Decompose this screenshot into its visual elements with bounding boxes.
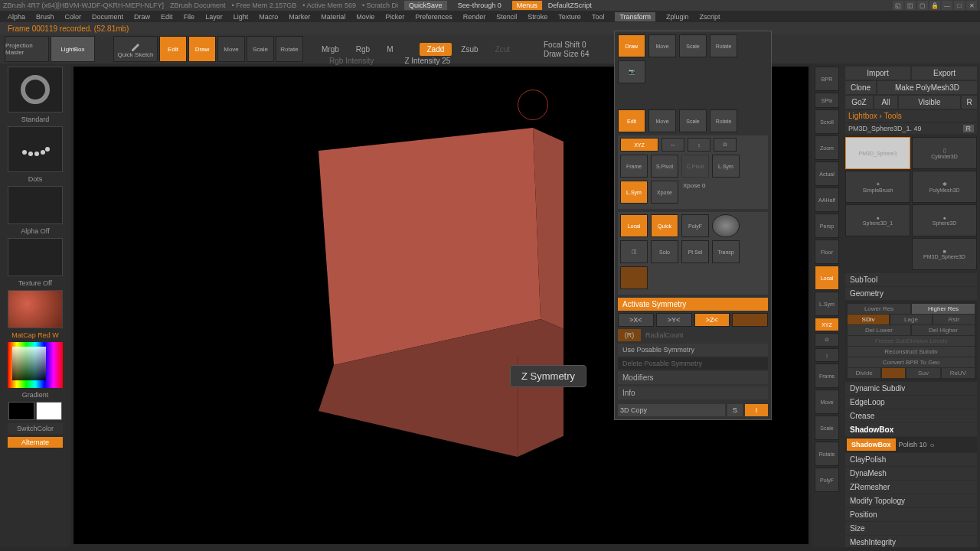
- export-button[interactable]: Export: [912, 67, 977, 80]
- higher-res[interactable]: Higher Res: [912, 304, 975, 314]
- menu-texture[interactable]: Texture: [558, 13, 581, 21]
- modifiers-header[interactable]: Modifiers: [618, 371, 768, 384]
- menu-draw[interactable]: Draw: [134, 13, 150, 21]
- window-minimize[interactable]: —: [942, 1, 952, 10]
- solo-button[interactable]: Solo: [651, 240, 678, 263]
- all-button[interactable]: All: [874, 96, 897, 109]
- clone-button[interactable]: Clone: [845, 81, 876, 94]
- draw-button[interactable]: Draw: [188, 36, 216, 62]
- xyz-toggle[interactable]: XYZ: [620, 138, 658, 152]
- texture-thumb[interactable]: [8, 238, 63, 276]
- activate-symmetry-header[interactable]: Activate Symmetry: [618, 298, 768, 311]
- move-button[interactable]: Move: [217, 36, 245, 62]
- zadd-button[interactable]: Zadd: [420, 43, 452, 56]
- subtool-accordion[interactable]: SubTool: [845, 273, 977, 286]
- rgb-button[interactable]: Rgb: [348, 43, 377, 56]
- crease-accordion[interactable]: Crease: [845, 409, 977, 422]
- goz-button[interactable]: GoZ: [845, 96, 873, 109]
- menu-preferences[interactable]: Preferences: [415, 13, 452, 21]
- tool-pm3d[interactable]: ■PM3D_Sphere3D: [912, 238, 977, 270]
- ghost-button[interactable]: [620, 266, 648, 289]
- lower-res[interactable]: Lower Res: [848, 304, 910, 314]
- local-button-col[interactable]: Local: [815, 266, 839, 290]
- spix-button[interactable]: SPix: [815, 93, 839, 108]
- persp-button[interactable]: Persp: [815, 214, 839, 238]
- import-button[interactable]: Import: [845, 67, 910, 80]
- color-swatch-black[interactable]: [8, 402, 34, 420]
- color-swatch-white[interactable]: [36, 402, 62, 420]
- modify-topology-accordion[interactable]: Modify Topology: [845, 494, 977, 507]
- scale-button[interactable]: Scale: [247, 36, 274, 62]
- material-thumb[interactable]: [8, 290, 63, 328]
- del-higher[interactable]: Del Higher: [912, 325, 975, 335]
- scroll-button[interactable]: Scroll: [815, 109, 839, 134]
- quicksave-button[interactable]: QuickSave: [404, 1, 447, 10]
- local-button[interactable]: Local: [620, 214, 648, 237]
- xpose-button[interactable]: Xpose: [651, 181, 678, 204]
- dynamesh-accordion[interactable]: DynaMesh: [845, 467, 977, 480]
- reconstruct[interactable]: Reconstruct Subdiv: [848, 347, 975, 357]
- convert-bpr[interactable]: Convert BPR To Geo: [848, 357, 975, 367]
- menu-zscript[interactable]: Zscript: [700, 13, 720, 21]
- radial-r-button[interactable]: (R): [618, 329, 641, 341]
- quicksketch-button[interactable]: Quick Sketch: [113, 36, 158, 62]
- window-btn-1[interactable]: ◱: [893, 1, 903, 10]
- i-button[interactable]: I: [745, 404, 768, 416]
- s-button[interactable]: S: [727, 404, 743, 416]
- menu-color[interactable]: Color: [65, 13, 82, 21]
- axis-x[interactable]: ↔: [662, 138, 684, 152]
- panel-scale-button[interactable]: Scale: [679, 34, 707, 57]
- actual-button[interactable]: Actual: [815, 161, 839, 186]
- tool-name-label[interactable]: PM3D_Sphere3D_1. 49: [848, 125, 922, 132]
- scale-button-col[interactable]: Scale: [815, 416, 839, 440]
- menu-material[interactable]: Material: [321, 13, 345, 21]
- divide[interactable]: Divide: [848, 368, 880, 378]
- z-intensity-slider[interactable]: Z Intensity 25: [404, 57, 450, 65]
- default-script[interactable]: DefaultZScript: [548, 2, 592, 9]
- aahalf-button[interactable]: AAHalf: [815, 187, 839, 212]
- menu-brush[interactable]: Brush: [36, 13, 54, 21]
- menus-button[interactable]: Menus: [512, 1, 542, 10]
- frame-button[interactable]: Frame: [620, 155, 648, 178]
- transp-button[interactable]: Transp: [712, 240, 740, 263]
- panel-draw-button[interactable]: Draw: [618, 34, 645, 57]
- claypolish-accordion[interactable]: ClayPolish: [845, 453, 977, 466]
- alternate-button[interactable]: Alternate: [8, 437, 63, 448]
- menu-document[interactable]: Document: [92, 13, 123, 21]
- mesh-integrity-accordion[interactable]: MeshIntegrity: [845, 536, 977, 547]
- rstr[interactable]: Rstr: [933, 315, 975, 324]
- xpose-value[interactable]: Xpose 0: [681, 181, 766, 204]
- sdiv[interactable]: SDiv: [848, 315, 889, 324]
- window-maximize[interactable]: □: [954, 1, 965, 10]
- geometry-accordion[interactable]: Geometry: [845, 287, 977, 300]
- lsym-button[interactable]: L.Sym: [712, 155, 740, 178]
- smt[interactable]: [882, 368, 905, 378]
- radial-count[interactable]: RadialCount: [643, 329, 768, 341]
- camera-icon[interactable]: 📷: [618, 60, 645, 83]
- sphere-icon[interactable]: [712, 214, 740, 237]
- window-btn-2[interactable]: ◫: [905, 1, 916, 10]
- xyz-button-col[interactable]: XYZ: [815, 318, 839, 331]
- draw-size-slider[interactable]: Draw Size 64: [544, 50, 589, 58]
- brush-thumb[interactable]: [8, 67, 63, 112]
- lightbox-button[interactable]: LightBox: [51, 36, 95, 62]
- zremesher-accordion[interactable]: ZRemesher: [845, 481, 977, 494]
- menu-marker[interactable]: Marker: [289, 13, 310, 21]
- menu-alpha[interactable]: Alpha: [8, 13, 25, 21]
- focal-shift-slider[interactable]: Focal Shift 0: [544, 41, 589, 49]
- polyf-button[interactable]: PolyF: [681, 214, 709, 237]
- shadowbox-accordion[interactable]: ShadowBox: [845, 423, 977, 436]
- menu-layer[interactable]: Layer: [205, 13, 223, 21]
- bpr-button[interactable]: BPR: [815, 67, 839, 91]
- dynamic-subdiv-accordion[interactable]: Dynamic Subdiv: [845, 382, 977, 395]
- panel-rotate2-button[interactable]: Rotate: [710, 109, 737, 132]
- lage[interactable]: Lage: [890, 315, 932, 324]
- menu-edit[interactable]: Edit: [161, 13, 173, 21]
- menu-macro[interactable]: Macro: [259, 13, 278, 21]
- menu-stencil[interactable]: Stencil: [496, 13, 517, 21]
- window-btn-3[interactable]: ▢: [917, 1, 928, 10]
- 3d-copy-button[interactable]: 3D Copy: [618, 404, 725, 416]
- panel-scale2-button[interactable]: Scale: [679, 109, 707, 132]
- shadowbox-button[interactable]: ShadowBox: [847, 439, 896, 451]
- lightbox-tools-label[interactable]: Lightbox › Tools: [845, 110, 977, 122]
